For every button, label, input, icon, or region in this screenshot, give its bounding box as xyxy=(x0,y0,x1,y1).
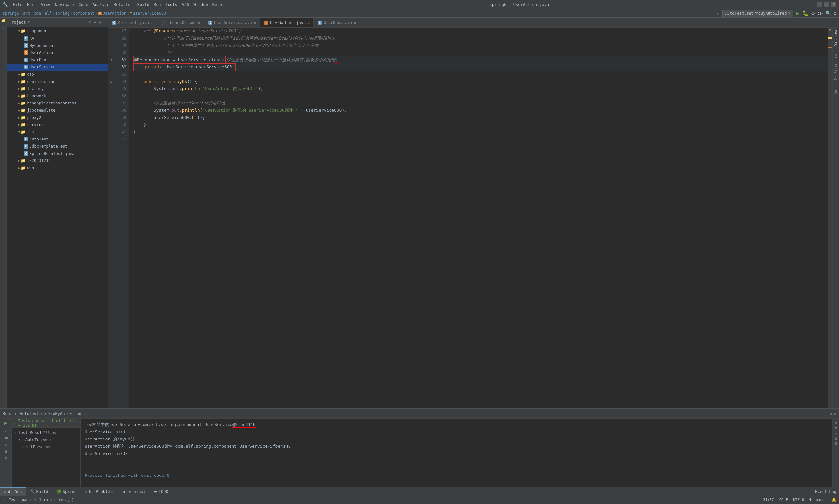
menu-file[interactable]: File xyxy=(13,2,22,7)
tab-beans06-close[interactable]: ✕ xyxy=(198,21,200,24)
close-icon[interactable]: ✕ xyxy=(103,20,105,24)
bottom-tab-terminal[interactable]: ▮ Terminal xyxy=(119,487,150,496)
tab-userdao-close[interactable]: ✕ xyxy=(354,21,356,24)
code-content[interactable]: /** @Resource(name = "userService200") /… xyxy=(129,28,828,408)
menu-vcs[interactable]: VCS xyxy=(182,2,189,7)
bottom-tab-build[interactable]: 🔨 Build xyxy=(26,487,52,496)
tree-item-factory[interactable]: ▶ 📁 factory xyxy=(6,85,108,92)
print-icon[interactable]: 🖨 xyxy=(834,436,838,440)
navigate-back-icon[interactable]: ← xyxy=(717,11,719,16)
menu-build[interactable]: Build xyxy=(137,2,149,7)
run-config-label[interactable]: AutoTest.setProByAutowired xyxy=(725,11,787,16)
tree-item-test[interactable]: ▼ 📁 test xyxy=(6,128,108,136)
run-sort1-icon[interactable]: ↕ xyxy=(5,443,7,447)
run-again-icon[interactable]: ▶ xyxy=(4,420,7,426)
structure-icon[interactable]: ⚡ xyxy=(2,26,4,31)
tree-item-userdao[interactable]: C UserDao xyxy=(6,56,108,64)
tree-item-jdbctemplate[interactable]: ▶ 📁 jdbctemplate xyxy=(6,107,108,114)
breadcrumb-elf[interactable]: elf xyxy=(45,11,52,16)
tree-item-component[interactable]: ▼ 📁 component xyxy=(6,28,108,35)
run-stop-icon[interactable]: ⏹ xyxy=(4,435,8,440)
line-ending[interactable]: CRLF xyxy=(779,498,788,502)
tab-autotest-close[interactable]: ✕ xyxy=(151,21,153,24)
close-button[interactable]: ✕ xyxy=(831,2,836,7)
maximize-button[interactable]: □ xyxy=(824,2,829,7)
menu-analyze[interactable]: Analyze xyxy=(92,2,109,7)
structure-label[interactable]: 2: Structure xyxy=(834,54,838,80)
menu-edit[interactable]: Edit xyxy=(27,2,36,7)
test-result-setp[interactable]: ✓ setP 256 ms xyxy=(12,444,80,451)
breadcrumb-component[interactable]: component xyxy=(73,11,95,16)
editor-scrollbar[interactable]: ▲4 xyxy=(828,28,833,408)
event-log-label[interactable]: Event Log xyxy=(815,489,836,494)
toolbar-search[interactable]: 🔍 xyxy=(825,11,831,16)
tree-item-service[interactable]: ▶ 📁 service xyxy=(6,121,108,128)
tab-userdao[interactable]: C UserDao.java ✕ xyxy=(314,18,360,28)
scroll-up-icon[interactable]: ▲ xyxy=(835,420,837,425)
cursor-position[interactable]: 31:67 xyxy=(763,498,774,502)
test-result-root[interactable]: ✓ Test Resul 256 ms xyxy=(12,429,80,436)
menu-view[interactable]: View xyxy=(41,2,51,7)
scroll-down-icon[interactable]: ▼ xyxy=(835,426,837,430)
collapse-icon[interactable]: ≡ xyxy=(94,20,97,24)
menu-help[interactable]: Help xyxy=(212,2,222,7)
encoding[interactable]: UTF-8 xyxy=(793,498,804,502)
tree-item-aa[interactable]: C AA xyxy=(6,35,108,42)
run-close-icon[interactable]: ✕ xyxy=(84,411,86,416)
menu-window[interactable]: Window xyxy=(193,2,207,7)
breadcrumb-spring6[interactable]: spring6 xyxy=(3,11,19,16)
menu-tools[interactable]: Tools xyxy=(166,2,177,7)
menu-refactor[interactable]: Refactor xyxy=(114,2,133,7)
menu-code[interactable]: Code xyxy=(79,2,88,7)
breadcrumb-src[interactable]: src xyxy=(23,11,30,16)
minimize-button[interactable]: ─ xyxy=(817,2,822,7)
ant-label[interactable]: Ant xyxy=(834,88,838,94)
toolbar-sync[interactable]: ≫ xyxy=(818,11,823,16)
run-skip-icon[interactable]: ⟫ xyxy=(5,455,7,460)
bottom-tab-todo[interactable]: ☰ TODO xyxy=(150,487,172,496)
run-settings-icon[interactable]: ⚙ xyxy=(830,411,832,416)
wrap-icon[interactable]: ↩ xyxy=(835,432,837,435)
menu-run[interactable]: Run xyxy=(154,2,161,7)
tree-item-homework[interactable]: ▶ 📁 homework xyxy=(6,92,108,100)
tree-item-web[interactable]: ▶ 📁 web xyxy=(6,164,108,172)
tree-item-userservice[interactable]: C UserService xyxy=(6,64,108,71)
bottom-tab-problems[interactable]: ⚠ 6: Problems xyxy=(81,487,119,496)
breadcrumb-com[interactable]: com xyxy=(34,11,41,16)
run-check-icon[interactable]: ✓ xyxy=(4,428,7,433)
tree-item-hspapplicationcontext[interactable]: ▶ 📁 hspapplicationcontext xyxy=(6,100,108,107)
run-gutter-34[interactable]: ▶ xyxy=(110,80,113,84)
settings-icon[interactable]: ⚙ xyxy=(99,20,101,24)
tree-item-tx20231211[interactable]: ▶ 📁 tx20231211 xyxy=(6,157,108,164)
run-close-panel-icon[interactable]: ✕ xyxy=(834,411,836,416)
database-label[interactable]: Database xyxy=(834,29,838,46)
breadcrumb-spring[interactable]: spring xyxy=(55,11,69,16)
tree-item-dao[interactable]: ▶ 📁 dao xyxy=(6,71,108,78)
tree-item-depinjection[interactable]: ▶ 📁 depinjection xyxy=(6,78,108,85)
breadcrumb-useraction[interactable]: CUserAction xyxy=(98,11,126,16)
tree-item-proxy2[interactable]: ▶ 📁 proxy2 xyxy=(6,114,108,121)
tree-item-mycomponent[interactable]: C MyComponent xyxy=(6,42,108,49)
tree-item-autotest[interactable]: C AutoTest xyxy=(6,136,108,143)
tab-userservice[interactable]: C UserService.java ✕ xyxy=(204,18,260,28)
indent[interactable]: 4 spaces xyxy=(809,498,826,502)
trash-icon[interactable]: 🗑 xyxy=(834,442,838,445)
bottom-tab-run[interactable]: ▶ 4: Run xyxy=(0,487,26,496)
run-icon[interactable]: ▶ xyxy=(796,10,800,17)
toolbar-more[interactable]: ⟳ xyxy=(811,11,816,16)
run-sort2-icon[interactable]: ⇅ xyxy=(5,449,7,454)
tab-beans06[interactable]: ⟨/⟩ beans06.xml ✕ xyxy=(157,18,204,28)
debug-icon[interactable]: 🐛 xyxy=(802,10,809,16)
tree-item-jdbctemplatetest[interactable]: C JdbcTemplateTest xyxy=(6,143,108,150)
toolbar-settings[interactable]: ⚙ xyxy=(834,11,836,16)
tab-useraction[interactable]: C UserAction.java ✕ xyxy=(260,18,314,28)
tree-item-springbeantest[interactable]: C SpringBeanTest.java xyxy=(6,150,108,157)
notifications-icon[interactable]: 🔔 xyxy=(832,498,836,502)
breadcrumb-userservice600[interactable]: fuserService600 xyxy=(130,11,166,16)
test-result-autote[interactable]: ▼ ✓ AutoTe 256 ms xyxy=(12,436,80,444)
bottom-tab-spring[interactable]: 🌿 Spring xyxy=(52,487,81,496)
tab-userservice-close[interactable]: ✕ xyxy=(254,21,256,24)
tab-autotest[interactable]: C AutoTest.java ✕ xyxy=(108,18,157,28)
tree-item-useraction[interactable]: C UserAction xyxy=(6,49,108,56)
tab-useraction-close[interactable]: ✕ xyxy=(308,21,309,25)
